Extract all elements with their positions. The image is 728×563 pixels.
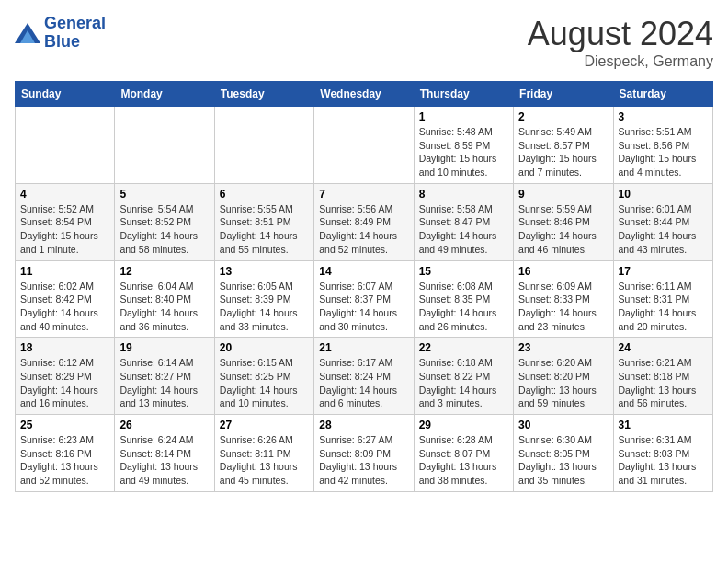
day-number: 9 [518,188,608,201]
calendar-cell: 17Sunrise: 6:11 AMSunset: 8:31 PMDayligh… [613,260,712,338]
calendar-cell [16,107,115,184]
day-info: Sunrise: 6:26 AMSunset: 8:11 PMDaylight:… [220,433,309,488]
calendar-cell: 23Sunrise: 6:20 AMSunset: 8:20 PMDayligh… [514,338,613,415]
calendar-cell [115,107,214,184]
calendar-cell: 7Sunrise: 5:56 AMSunset: 8:49 PMDaylight… [314,183,414,260]
day-number: 22 [419,341,508,354]
day-number: 6 [220,188,309,201]
day-info: Sunrise: 5:58 AMSunset: 8:47 PMDaylight:… [419,202,508,257]
weekday-header-friday: Friday [514,82,613,107]
day-number: 15 [419,265,508,278]
day-number: 28 [319,419,408,431]
day-info: Sunrise: 6:14 AMSunset: 8:27 PMDaylight:… [119,356,209,410]
calendar-cell: 26Sunrise: 6:24 AMSunset: 8:14 PMDayligh… [115,415,214,492]
calendar-week-3: 11Sunrise: 6:02 AMSunset: 8:42 PMDayligh… [16,260,713,338]
calendar-cell: 1Sunrise: 5:48 AMSunset: 8:59 PMDaylight… [414,107,513,184]
title-block: August 2024 Diespeck, Germany [528,15,713,70]
day-info: Sunrise: 6:02 AMSunset: 8:42 PMDaylight:… [20,280,109,334]
day-info: Sunrise: 6:11 AMSunset: 8:31 PMDaylight:… [619,280,708,334]
calendar-cell: 25Sunrise: 6:23 AMSunset: 8:16 PMDayligh… [16,415,115,492]
day-number: 20 [220,341,309,354]
day-info: Sunrise: 6:31 AMSunset: 8:03 PMDaylight:… [619,433,708,488]
day-number: 26 [119,419,209,431]
day-number: 12 [119,265,209,278]
logo: General Blue [15,15,106,52]
day-number: 29 [419,419,508,431]
calendar-cell: 6Sunrise: 5:55 AMSunset: 8:51 PMDaylight… [214,183,313,260]
day-info: Sunrise: 6:24 AMSunset: 8:14 PMDaylight:… [119,433,209,488]
weekday-header-saturday: Saturday [613,82,712,107]
day-number: 10 [619,188,708,201]
day-info: Sunrise: 6:28 AMSunset: 8:07 PMDaylight:… [419,433,508,488]
page-header: General Blue August 2024 Diespeck, Germa… [15,15,713,70]
day-info: Sunrise: 6:27 AMSunset: 8:09 PMDaylight:… [319,433,408,488]
day-number: 16 [518,265,608,278]
calendar-cell: 10Sunrise: 6:01 AMSunset: 8:44 PMDayligh… [613,183,712,260]
day-number: 27 [220,419,309,431]
calendar-week-1: 1Sunrise: 5:48 AMSunset: 8:59 PMDaylight… [16,107,713,184]
day-info: Sunrise: 5:51 AMSunset: 8:56 PMDaylight:… [619,125,708,179]
calendar-cell: 5Sunrise: 5:54 AMSunset: 8:52 PMDaylight… [115,183,214,260]
calendar-cell: 15Sunrise: 6:08 AMSunset: 8:35 PMDayligh… [414,260,513,338]
day-number: 11 [20,265,109,278]
month-year-title: August 2024 [528,15,713,53]
day-info: Sunrise: 6:12 AMSunset: 8:29 PMDaylight:… [20,356,109,410]
day-number: 17 [619,265,708,278]
day-info: Sunrise: 6:15 AMSunset: 8:25 PMDaylight:… [220,356,309,410]
calendar-table: SundayMondayTuesdayWednesdayThursdayFrid… [15,81,713,492]
day-number: 18 [20,341,109,354]
calendar-cell: 24Sunrise: 6:21 AMSunset: 8:18 PMDayligh… [613,338,712,415]
logo-general: General [44,14,106,32]
day-info: Sunrise: 6:17 AMSunset: 8:24 PMDaylight:… [319,356,408,410]
calendar-cell: 19Sunrise: 6:14 AMSunset: 8:27 PMDayligh… [115,338,214,415]
logo-icon [15,23,40,43]
day-info: Sunrise: 5:54 AMSunset: 8:52 PMDaylight:… [119,202,209,257]
day-number: 7 [319,188,408,201]
day-info: Sunrise: 5:59 AMSunset: 8:46 PMDaylight:… [518,202,608,257]
calendar-cell: 27Sunrise: 6:26 AMSunset: 8:11 PMDayligh… [214,415,313,492]
weekday-header-wednesday: Wednesday [314,82,414,107]
day-number: 1 [419,110,508,123]
calendar-cell: 4Sunrise: 5:52 AMSunset: 8:54 PMDaylight… [16,183,115,260]
weekday-header-tuesday: Tuesday [214,82,313,107]
day-info: Sunrise: 6:07 AMSunset: 8:37 PMDaylight:… [319,280,408,334]
weekday-header-row: SundayMondayTuesdayWednesdayThursdayFrid… [16,82,713,107]
location-subtitle: Diespeck, Germany [528,53,713,70]
day-number: 24 [619,341,708,354]
calendar-cell: 2Sunrise: 5:49 AMSunset: 8:57 PMDaylight… [514,107,613,184]
calendar-cell [214,107,313,184]
day-info: Sunrise: 6:23 AMSunset: 8:16 PMDaylight:… [20,433,109,488]
day-info: Sunrise: 6:30 AMSunset: 8:05 PMDaylight:… [518,433,608,488]
day-info: Sunrise: 6:09 AMSunset: 8:33 PMDaylight:… [518,280,608,334]
day-info: Sunrise: 5:52 AMSunset: 8:54 PMDaylight:… [20,202,109,257]
logo-text: General Blue [44,15,106,52]
calendar-cell: 30Sunrise: 6:30 AMSunset: 8:05 PMDayligh… [514,415,613,492]
calendar-cell: 16Sunrise: 6:09 AMSunset: 8:33 PMDayligh… [514,260,613,338]
calendar-cell: 11Sunrise: 6:02 AMSunset: 8:42 PMDayligh… [16,260,115,338]
weekday-header-sunday: Sunday [16,82,115,107]
day-info: Sunrise: 6:20 AMSunset: 8:20 PMDaylight:… [518,356,608,410]
calendar-cell: 29Sunrise: 6:28 AMSunset: 8:07 PMDayligh… [414,415,513,492]
day-info: Sunrise: 5:48 AMSunset: 8:59 PMDaylight:… [419,125,508,179]
calendar-week-2: 4Sunrise: 5:52 AMSunset: 8:54 PMDaylight… [16,183,713,260]
day-number: 31 [619,419,708,431]
calendar-cell: 13Sunrise: 6:05 AMSunset: 8:39 PMDayligh… [214,260,313,338]
day-number: 8 [419,188,508,201]
day-number: 30 [518,419,608,431]
day-number: 19 [119,341,209,354]
day-info: Sunrise: 6:01 AMSunset: 8:44 PMDaylight:… [619,202,708,257]
day-info: Sunrise: 6:18 AMSunset: 8:22 PMDaylight:… [419,356,508,410]
day-number: 25 [20,419,109,431]
calendar-cell [314,107,414,184]
calendar-cell: 14Sunrise: 6:07 AMSunset: 8:37 PMDayligh… [314,260,414,338]
day-number: 2 [518,110,608,123]
day-info: Sunrise: 5:55 AMSunset: 8:51 PMDaylight:… [220,202,309,257]
calendar-cell: 31Sunrise: 6:31 AMSunset: 8:03 PMDayligh… [613,415,712,492]
calendar-cell: 20Sunrise: 6:15 AMSunset: 8:25 PMDayligh… [214,338,313,415]
weekday-header-monday: Monday [115,82,214,107]
day-number: 4 [20,188,109,201]
calendar-cell: 21Sunrise: 6:17 AMSunset: 8:24 PMDayligh… [314,338,414,415]
day-number: 23 [518,341,608,354]
calendar-week-5: 25Sunrise: 6:23 AMSunset: 8:16 PMDayligh… [16,415,713,492]
weekday-header-thursday: Thursday [414,82,513,107]
